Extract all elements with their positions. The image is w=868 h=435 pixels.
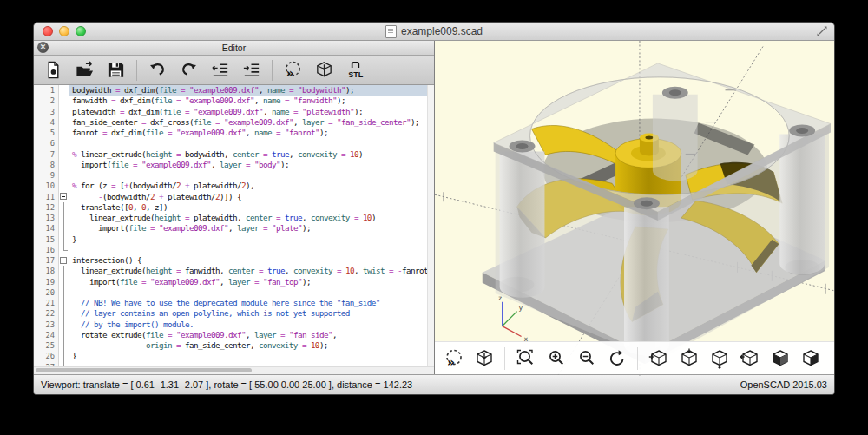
title-bar[interactable]: example009.scad bbox=[34, 23, 834, 41]
preview-button[interactable]: » bbox=[442, 346, 465, 370]
fold-guide bbox=[59, 202, 69, 213]
code-line[interactable]: 19 import(file = "example009.dxf", layer… bbox=[34, 277, 428, 287]
code-line[interactable]: 2fanwidth = dxf_dim(file = "example009.d… bbox=[34, 96, 428, 106]
line-number: 18 bbox=[34, 266, 59, 276]
zoom-window-button[interactable] bbox=[76, 26, 86, 36]
code-line[interactable]: 22 // layer contains an open polyline, w… bbox=[34, 308, 428, 319]
code-line[interactable]: 12 translate([0, 0, z]) bbox=[34, 202, 428, 213]
code-line[interactable]: 17intersection() { bbox=[34, 255, 428, 266]
code-text: rotate_extrude(file = "example009.dxf", … bbox=[69, 330, 428, 340]
close-window-button[interactable] bbox=[43, 26, 53, 36]
view-bottom-button[interactable] bbox=[707, 346, 731, 370]
open-file-button[interactable] bbox=[70, 58, 99, 82]
code-line[interactable]: 8 import(file = "example009.dxf", layer … bbox=[34, 160, 428, 170]
view-top-button[interactable] bbox=[677, 346, 700, 370]
line-number: 25 bbox=[34, 340, 59, 351]
code-line[interactable]: 9 bbox=[34, 170, 428, 181]
code-line[interactable]: 4fan_side_center = dxf_cross(file = "exa… bbox=[34, 117, 428, 128]
3d-scene[interactable]: z y x bbox=[435, 41, 834, 376]
view-right-button[interactable] bbox=[647, 346, 670, 370]
editor-vertical-scrollbar[interactable] bbox=[427, 85, 434, 366]
minimize-window-button[interactable] bbox=[59, 26, 69, 36]
code-text: linear_extrude(height = fanwidth, center… bbox=[69, 266, 428, 276]
viewport-status-text: Viewport: translate = [ 0.61 -1.31 -2.07… bbox=[41, 379, 412, 390]
openscad-window: example009.scad ✕ Editor »STL 1bodywidth… bbox=[33, 22, 835, 395]
reset-view-button[interactable] bbox=[605, 346, 628, 370]
fold-guide bbox=[59, 245, 69, 255]
line-number: 6 bbox=[34, 138, 59, 148]
fold-guide bbox=[59, 85, 69, 96]
code-text: origin = fan_side_center, convexity = 10… bbox=[69, 340, 428, 351]
3d-viewport[interactable]: z y x »» bbox=[435, 41, 834, 374]
code-text: translate([0, 0, z]) bbox=[69, 202, 428, 213]
redo-button[interactable] bbox=[174, 58, 203, 82]
code-text: bodywidth = dxf_dim(file = "example009.d… bbox=[69, 85, 428, 96]
code-line[interactable]: 18 linear_extrude(height = fanwidth, cen… bbox=[34, 266, 428, 276]
export-stl-button[interactable]: STL bbox=[341, 58, 370, 82]
scrollbar-thumb[interactable] bbox=[36, 368, 252, 372]
code-editor[interactable]: 1bodywidth = dxf_dim(file = "example009.… bbox=[34, 85, 434, 366]
code-line[interactable]: 20 bbox=[34, 287, 428, 298]
line-number: 7 bbox=[34, 149, 59, 160]
code-text: // by the import() module. bbox=[69, 320, 428, 330]
code-text: // layer contains an open polyline, whic… bbox=[69, 308, 428, 319]
view-diagonal-button[interactable] bbox=[799, 346, 822, 370]
line-number: 11 bbox=[34, 192, 59, 202]
editor-horizontal-scrollbar[interactable] bbox=[34, 366, 434, 374]
code-line[interactable]: 14 import(file = "example009.dxf", layer… bbox=[34, 223, 428, 234]
code-line[interactable]: 13 linear_extrude(height = platewidth, c… bbox=[34, 213, 428, 223]
fold-marker-icon[interactable] bbox=[59, 192, 69, 202]
preview-button[interactable]: » bbox=[279, 58, 307, 82]
code-line[interactable]: 21 // NB! We have to use the deprecated … bbox=[34, 298, 428, 308]
view-left-button[interactable] bbox=[738, 346, 761, 370]
code-line[interactable]: 16 bbox=[34, 245, 428, 255]
new-file-button[interactable] bbox=[39, 58, 68, 82]
code-line[interactable]: 11 -(bodywidth/2 + platewidth/2)]) { bbox=[34, 192, 428, 202]
code-line[interactable]: 7% linear_extrude(height = bodywidth, ce… bbox=[34, 149, 428, 160]
line-number: 10 bbox=[34, 181, 59, 191]
code-line[interactable]: 1bodywidth = dxf_dim(file = "example009.… bbox=[34, 85, 428, 96]
editor-close-icon[interactable]: ✕ bbox=[37, 42, 49, 53]
fullscreen-icon[interactable] bbox=[816, 25, 828, 37]
code-text: fanwidth = dxf_dim(file = "example009.dx… bbox=[69, 96, 428, 106]
code-line[interactable]: 26} bbox=[34, 351, 428, 361]
fold-guide bbox=[59, 170, 69, 181]
zoom-all-button[interactable] bbox=[514, 346, 537, 370]
unindent-button[interactable] bbox=[206, 58, 234, 82]
code-line[interactable]: 10% for (z = [+(bodywidth/2 + platewidth… bbox=[34, 181, 428, 191]
fold-guide bbox=[59, 96, 69, 106]
editor-panel: ✕ Editor »STL 1bodywidth = dxf_dim(file … bbox=[34, 41, 435, 374]
fold-guide bbox=[59, 117, 69, 128]
fold-marker-icon[interactable] bbox=[59, 255, 69, 266]
line-number: 17 bbox=[34, 255, 59, 266]
code-line[interactable]: 23 // by the import() module. bbox=[34, 320, 428, 330]
editor-panel-header: ✕ Editor bbox=[34, 41, 434, 56]
line-number: 23 bbox=[34, 320, 59, 330]
z-axis-label: z bbox=[498, 294, 503, 302]
undo-button[interactable] bbox=[143, 58, 172, 82]
save-file-button[interactable] bbox=[102, 58, 130, 82]
view-back-button[interactable] bbox=[768, 346, 792, 370]
zoom-in-button[interactable] bbox=[544, 346, 568, 370]
line-number: 4 bbox=[34, 117, 59, 128]
code-line[interactable]: 24 rotate_extrude(file = "example009.dxf… bbox=[34, 330, 428, 340]
code-text bbox=[69, 245, 428, 255]
code-line[interactable]: 15} bbox=[34, 234, 428, 245]
fold-guide bbox=[59, 351, 69, 361]
render-button[interactable] bbox=[310, 58, 339, 82]
code-line[interactable]: 6 bbox=[34, 138, 428, 148]
fold-guide bbox=[59, 223, 69, 234]
zoom-out-button[interactable] bbox=[575, 346, 598, 370]
code-line[interactable]: 25 origin = fan_side_center, convexity =… bbox=[34, 340, 428, 351]
code-text: } bbox=[69, 351, 428, 361]
render-button[interactable] bbox=[472, 346, 496, 370]
line-number: 8 bbox=[34, 160, 59, 170]
code-text: fanrot = dxf_dim(file = "example009.dxf"… bbox=[69, 128, 428, 138]
indent-button[interactable] bbox=[237, 58, 266, 82]
fold-guide bbox=[59, 128, 69, 138]
code-text: % for (z = [+(bodywidth/2 + platewidth/2… bbox=[69, 181, 428, 191]
code-text: import(file = "example009.dxf", layer = … bbox=[69, 277, 428, 287]
code-line[interactable]: 5fanrot = dxf_dim(file = "example009.dxf… bbox=[34, 128, 428, 138]
more-tools-button[interactable]: » bbox=[829, 351, 835, 366]
code-line[interactable]: 3platewidth = dxf_dim(file = "example009… bbox=[34, 107, 428, 117]
